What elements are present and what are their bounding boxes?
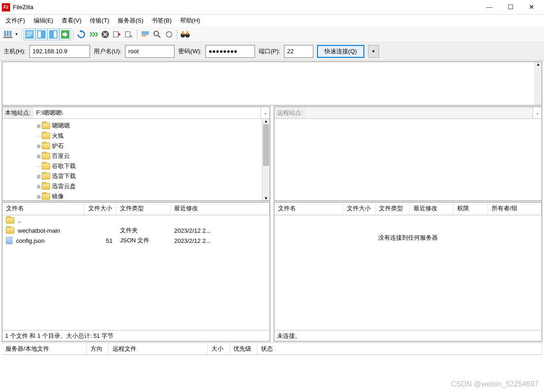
col-modified[interactable]: 最近修改: [170, 202, 270, 215]
local-site-label: 本地站点:: [2, 107, 34, 118]
window-title: FileZilla: [13, 4, 479, 11]
tree-item[interactable]: ⊞迅雷云盘: [3, 181, 261, 191]
quickconnect-dropdown[interactable]: ▼: [368, 45, 379, 58]
col-r-size[interactable]: 文件大小: [343, 202, 375, 215]
message-log[interactable]: ▲: [2, 62, 542, 106]
svg-rect-17: [142, 34, 149, 34]
col-r-perm[interactable]: 权限: [453, 202, 488, 215]
transfer-queue: 服务器/本地文件 方向 远程文件 大小 优先级 状态: [2, 342, 542, 361]
col-q-status[interactable]: 状态: [257, 343, 542, 354]
menu-view[interactable]: 查看(V): [58, 15, 85, 26]
sitemanager-icon[interactable]: [2, 28, 14, 40]
menu-help[interactable]: 帮助(H): [176, 15, 204, 26]
sitemanager-dropdown[interactable]: ▼: [14, 28, 19, 40]
menubar: 文件(F) 编辑(E) 查看(V) 传输(T) 服务器(S) 书签(B) 帮助(…: [0, 15, 544, 27]
pass-input[interactable]: [205, 45, 255, 58]
remote-status: 未连接。: [274, 330, 542, 341]
col-r-modified[interactable]: 最近修改: [410, 202, 453, 215]
col-q-server[interactable]: 服务器/本地文件: [2, 343, 87, 354]
filter-icon[interactable]: [139, 28, 151, 40]
refresh-icon[interactable]: [75, 28, 87, 40]
log-scrollbar[interactable]: ▲: [534, 62, 542, 105]
svg-rect-0: [4, 31, 6, 36]
minimize-button[interactable]: —: [479, 0, 500, 15]
remote-list-header[interactable]: 文件名 文件大小 文件类型 最近修改 权限 所有者/组: [274, 202, 542, 215]
tree-item[interactable]: ⋯谷歌下载: [3, 161, 261, 171]
svg-rect-3: [3, 37, 12, 38]
col-q-dir[interactable]: 方向: [87, 343, 109, 354]
menu-transfer[interactable]: 传输(T): [86, 15, 113, 26]
cancel-icon[interactable]: [99, 28, 111, 40]
search-icon[interactable]: [151, 28, 163, 40]
close-button[interactable]: ✕: [521, 0, 542, 15]
compare-icon[interactable]: [163, 28, 175, 40]
col-q-size[interactable]: 大小: [208, 343, 230, 354]
svg-rect-9: [38, 31, 41, 38]
quickconnect-button[interactable]: 快速连接(Q): [317, 45, 364, 58]
col-r-owner[interactable]: 所有者/组: [488, 202, 542, 215]
remote-path-dropdown[interactable]: ⌄: [533, 107, 542, 118]
processing-queue-icon[interactable]: [87, 28, 99, 40]
remote-site-label: 远程站点:: [274, 107, 306, 118]
tree-item[interactable]: ⊞百度云: [3, 151, 261, 161]
toolbar: ▼: [0, 27, 544, 42]
port-label: 端口(P):: [259, 47, 280, 56]
svg-rect-18: [142, 35, 146, 36]
local-list-pane: 文件名 文件大小 文件类型 最近修改 ..wechatbot-main文件夹20…: [2, 202, 270, 342]
col-r-type[interactable]: 文件类型: [375, 202, 410, 215]
remote-tree[interactable]: [274, 119, 542, 201]
svg-rect-5: [26, 32, 33, 33]
tree-item[interactable]: ⊞嗯嗯嗯: [3, 121, 261, 131]
svg-rect-15: [125, 32, 130, 37]
local-file-list[interactable]: ..wechatbot-main文件夹2023/2/12 2...config.…: [2, 215, 270, 330]
reconnect-icon[interactable]: [123, 28, 135, 40]
queue-header[interactable]: 服务器/本地文件 方向 远程文件 大小 优先级 状态: [2, 343, 542, 355]
remote-path-input[interactable]: [306, 107, 533, 118]
local-list-header[interactable]: 文件名 文件大小 文件类型 最近修改: [2, 202, 270, 215]
local-tree-scrollbar[interactable]: ▲ ▼: [262, 119, 270, 201]
col-r-filename[interactable]: 文件名: [274, 202, 343, 215]
col-filename[interactable]: 文件名: [2, 202, 84, 215]
list-item[interactable]: wechatbot-main文件夹2023/2/12 2...: [2, 225, 270, 235]
toggle-queue-icon[interactable]: [59, 28, 71, 40]
toggle-remotetree-icon[interactable]: [47, 28, 59, 40]
col-size[interactable]: 文件大小: [84, 202, 116, 215]
col-q-priority[interactable]: 优先级: [230, 343, 257, 354]
col-q-remote[interactable]: 远程文件: [109, 343, 208, 354]
toggle-localtree-icon[interactable]: [35, 28, 47, 40]
remote-empty-message: 没有连接到任何服务器: [274, 215, 542, 242]
svg-rect-6: [26, 34, 33, 34]
local-path-dropdown[interactable]: ⌄: [261, 107, 270, 118]
binoculars-icon[interactable]: [179, 28, 191, 40]
svg-rect-1: [7, 31, 9, 36]
tree-item[interactable]: ⊞炉石: [3, 141, 261, 151]
menu-bookmarks[interactable]: 书签(B): [148, 15, 175, 26]
local-path-input[interactable]: [34, 107, 261, 118]
maximize-button[interactable]: ☐: [500, 0, 521, 15]
app-icon: Fz: [2, 3, 10, 11]
host-input[interactable]: [29, 45, 90, 58]
tree-item[interactable]: ⊞迅雷下载: [3, 171, 261, 181]
svg-rect-11: [54, 31, 57, 38]
svg-rect-23: [182, 31, 184, 34]
list-item[interactable]: config.json51JSON 文件2023/2/12 2...: [2, 235, 270, 246]
svg-rect-2: [10, 31, 11, 36]
watermark: CSDN @weixin_52254697: [451, 380, 538, 388]
menu-edit[interactable]: 编辑(E): [30, 15, 57, 26]
col-type[interactable]: 文件类型: [116, 202, 170, 215]
scroll-up-icon[interactable]: ▲: [536, 62, 540, 67]
user-input[interactable]: [125, 45, 175, 58]
svg-point-19: [154, 31, 159, 36]
toggle-log-icon[interactable]: [23, 28, 35, 40]
menu-file[interactable]: 文件(F): [2, 15, 29, 26]
port-input[interactable]: [284, 45, 313, 58]
tree-item[interactable]: ⋯火狐: [3, 131, 261, 141]
disconnect-icon[interactable]: [111, 28, 123, 40]
remote-file-list[interactable]: 没有连接到任何服务器: [274, 215, 542, 330]
local-status: 1 个文件 和 1 个目录。大小总计: 51 字节: [2, 330, 270, 341]
list-item[interactable]: ..: [2, 215, 270, 225]
local-tree[interactable]: ⊞嗯嗯嗯⋯火狐⊞炉石⊞百度云⋯谷歌下载⊞迅雷下载⊞迅雷云盘⊞镜像: [2, 119, 262, 201]
menu-server[interactable]: 服务器(S): [114, 15, 147, 26]
pass-label: 密码(W):: [178, 47, 202, 56]
tree-item[interactable]: ⊞镜像: [3, 191, 261, 201]
